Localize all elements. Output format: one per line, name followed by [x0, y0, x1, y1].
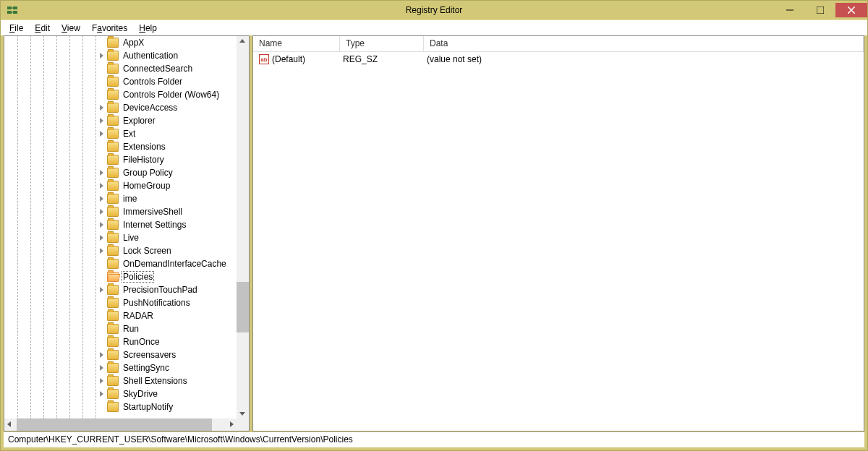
values-pane: Name Type Data ab (Default) REG_SZ (valu…: [252, 35, 864, 431]
tree-item-label: SkyDrive: [122, 389, 159, 399]
tree-item[interactable]: OnDemandInterfaceCache: [4, 257, 237, 270]
expand-icon[interactable]: [97, 129, 106, 138]
tree-item-label: StartupNotify: [122, 402, 174, 412]
expand-icon[interactable]: [97, 364, 106, 372]
expand-icon[interactable]: [97, 220, 106, 229]
tree-item[interactable]: AppX: [4, 36, 237, 49]
tree-item[interactable]: SkyDrive: [4, 387, 237, 400]
folder-icon: [107, 181, 119, 191]
tree-item[interactable]: RADAR: [4, 309, 237, 322]
tree-item[interactable]: PushNotifications: [4, 296, 237, 309]
tree-item[interactable]: Policies: [4, 270, 237, 283]
expand-icon[interactable]: [97, 51, 106, 60]
menu-file[interactable]: File: [4, 22, 29, 35]
expand-icon[interactable]: [97, 233, 106, 242]
tree-item-label: Controls Folder: [122, 77, 184, 87]
column-header-name[interactable]: Name: [253, 36, 340, 51]
value-row[interactable]: ab (Default) REG_SZ (value not set): [253, 52, 864, 66]
menubar: File Edit View Favorites Help: [1, 20, 867, 35]
tree-pane: AppXAuthenticationConnectedSearchControl…: [4, 35, 250, 431]
tree-item[interactable]: ime: [4, 192, 237, 205]
expand-icon[interactable]: [97, 207, 106, 216]
expand-icon[interactable]: [97, 194, 106, 203]
tree-item[interactable]: RunOnce: [4, 335, 237, 348]
expand-icon[interactable]: [97, 168, 106, 177]
expand-icon[interactable]: [97, 390, 106, 398]
menu-view[interactable]: View: [56, 22, 86, 35]
expand-icon[interactable]: [97, 285, 106, 294]
tree-item[interactable]: Live: [4, 231, 237, 244]
expand-icon[interactable]: [97, 181, 106, 190]
window-title: Registry Editor: [406, 5, 463, 15]
tree-item[interactable]: Explorer: [4, 114, 237, 127]
tree-item-label: Internet Settings: [122, 220, 187, 230]
tree-item[interactable]: ConnectedSearch: [4, 62, 237, 75]
tree-item[interactable]: PrecisionTouchPad: [4, 283, 237, 296]
tree-item[interactable]: Extensions: [4, 140, 237, 153]
tree-item-label: Ext: [122, 129, 137, 139]
folder-icon: [107, 285, 119, 295]
tree-item-label: Live: [122, 233, 140, 243]
tree-item[interactable]: FileHistory: [4, 153, 237, 166]
expand-spacer: [97, 155, 106, 164]
tree-item[interactable]: Group Policy: [4, 166, 237, 179]
tree-item[interactable]: Controls Folder: [4, 75, 237, 88]
tree-item[interactable]: Lock Screen: [4, 244, 237, 257]
tree-item-label: RunOnce: [122, 337, 161, 347]
menu-favorites[interactable]: Favorites: [86, 22, 133, 35]
tree-item-label: Policies: [122, 271, 154, 283]
expand-icon[interactable]: [97, 246, 106, 255]
tree-vertical-scrollbar[interactable]: [237, 36, 249, 418]
tree-item[interactable]: Ext: [4, 127, 237, 140]
tree-item[interactable]: Shell Extensions: [4, 374, 237, 387]
folder-icon: [107, 298, 119, 308]
tree-item[interactable]: Internet Settings: [4, 218, 237, 231]
expand-icon[interactable]: [97, 103, 106, 112]
tree-item[interactable]: Run: [4, 322, 237, 335]
tree-item-label: Screensavers: [122, 350, 177, 360]
tree-item[interactable]: Authentication: [4, 49, 237, 62]
expand-spacer: [97, 325, 106, 333]
expand-icon[interactable]: [97, 377, 106, 385]
expand-spacer: [97, 142, 106, 151]
tree-item-label: Run: [122, 324, 140, 334]
folder-icon: [107, 363, 119, 373]
tree-item[interactable]: DeviceAccess: [4, 101, 237, 114]
column-header-type[interactable]: Type: [340, 36, 424, 51]
tree-view[interactable]: AppXAuthenticationConnectedSearchControl…: [4, 36, 237, 418]
scrollbar-thumb[interactable]: [237, 282, 249, 332]
maximize-button[interactable]: [805, 3, 835, 17]
folder-icon: [107, 402, 119, 412]
menu-help[interactable]: Help: [133, 22, 163, 35]
menu-edit[interactable]: Edit: [29, 22, 56, 35]
folder-icon: [107, 207, 119, 217]
expand-icon[interactable]: [97, 351, 106, 359]
status-path: Computer\HKEY_CURRENT_USER\Software\Micr…: [8, 434, 353, 444]
expand-spacer: [97, 90, 106, 99]
tree-item-label: Shell Extensions: [122, 376, 189, 386]
tree-item[interactable]: ImmersiveShell: [4, 205, 237, 218]
column-header-data[interactable]: Data: [424, 36, 864, 51]
scrollbar-thumb[interactable]: [17, 418, 212, 431]
minimize-button[interactable]: [775, 3, 805, 17]
tree-item[interactable]: Screensavers: [4, 348, 237, 361]
tree-item-label: Group Policy: [122, 168, 174, 178]
tree-item-label: Explorer: [122, 116, 157, 126]
tree-item[interactable]: StartupNotify: [4, 400, 237, 413]
expand-icon[interactable]: [97, 116, 106, 125]
close-button[interactable]: [835, 3, 867, 17]
expand-spacer: [97, 312, 106, 320]
tree-item[interactable]: Controls Folder (Wow64): [4, 88, 237, 101]
expand-spacer: [97, 272, 106, 281]
tree-horizontal-scrollbar[interactable]: [4, 418, 237, 431]
tree-item[interactable]: HomeGroup: [4, 179, 237, 192]
folder-icon: [107, 259, 119, 269]
tree-item-label: RADAR: [122, 311, 155, 321]
folder-icon: [107, 129, 119, 139]
folder-icon: [107, 155, 119, 165]
folder-icon: [107, 168, 119, 178]
titlebar[interactable]: Registry Editor: [1, 1, 867, 20]
value-data: (value not set): [424, 54, 864, 64]
tree-item-label: Authentication: [122, 51, 179, 61]
tree-item[interactable]: SettingSync: [4, 361, 237, 374]
